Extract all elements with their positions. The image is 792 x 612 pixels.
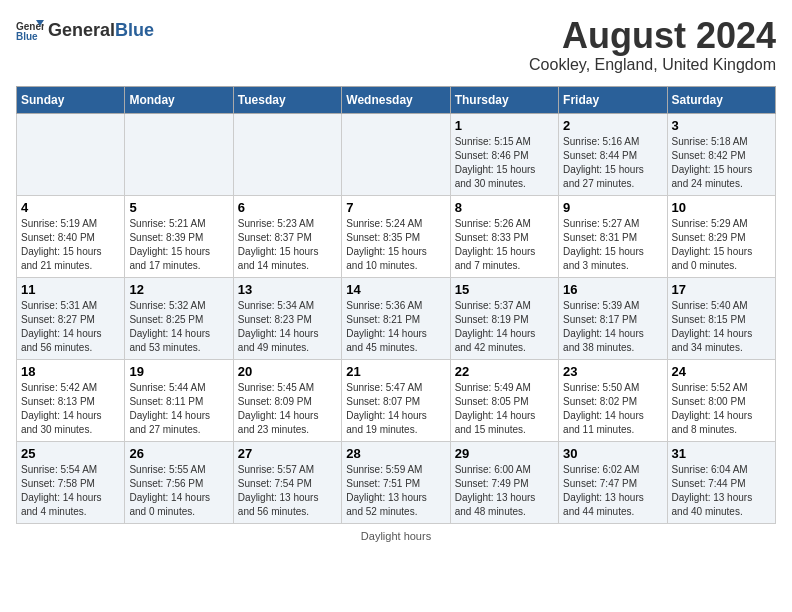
day-info: Sunrise: 5:29 AM Sunset: 8:29 PM Dayligh…	[672, 217, 771, 273]
day-number: 28	[346, 446, 445, 461]
svg-text:Blue: Blue	[16, 31, 38, 42]
day-number: 26	[129, 446, 228, 461]
calendar-cell: 5Sunrise: 5:21 AM Sunset: 8:39 PM Daylig…	[125, 195, 233, 277]
day-info: Sunrise: 5:27 AM Sunset: 8:31 PM Dayligh…	[563, 217, 662, 273]
day-number: 2	[563, 118, 662, 133]
calendar-cell: 29Sunrise: 6:00 AM Sunset: 7:49 PM Dayli…	[450, 441, 558, 523]
header: General Blue GeneralBlue August 2024 Coo…	[16, 16, 776, 74]
day-number: 31	[672, 446, 771, 461]
title-area: August 2024 Cookley, England, United Kin…	[529, 16, 776, 74]
calendar-cell: 26Sunrise: 5:55 AM Sunset: 7:56 PM Dayli…	[125, 441, 233, 523]
day-header-monday: Monday	[125, 86, 233, 113]
calendar-cell: 31Sunrise: 6:04 AM Sunset: 7:44 PM Dayli…	[667, 441, 775, 523]
calendar-cell: 4Sunrise: 5:19 AM Sunset: 8:40 PM Daylig…	[17, 195, 125, 277]
day-number: 12	[129, 282, 228, 297]
day-number: 20	[238, 364, 337, 379]
calendar-cell: 11Sunrise: 5:31 AM Sunset: 8:27 PM Dayli…	[17, 277, 125, 359]
logo-general-text: GeneralBlue	[48, 21, 154, 39]
calendar-cell: 21Sunrise: 5:47 AM Sunset: 8:07 PM Dayli…	[342, 359, 450, 441]
calendar-cell: 19Sunrise: 5:44 AM Sunset: 8:11 PM Dayli…	[125, 359, 233, 441]
calendar-cell: 10Sunrise: 5:29 AM Sunset: 8:29 PM Dayli…	[667, 195, 775, 277]
day-number: 5	[129, 200, 228, 215]
calendar-cell: 23Sunrise: 5:50 AM Sunset: 8:02 PM Dayli…	[559, 359, 667, 441]
day-number: 25	[21, 446, 120, 461]
day-header-sunday: Sunday	[17, 86, 125, 113]
calendar-cell: 6Sunrise: 5:23 AM Sunset: 8:37 PM Daylig…	[233, 195, 341, 277]
day-number: 22	[455, 364, 554, 379]
calendar-cell: 14Sunrise: 5:36 AM Sunset: 8:21 PM Dayli…	[342, 277, 450, 359]
calendar-cell: 22Sunrise: 5:49 AM Sunset: 8:05 PM Dayli…	[450, 359, 558, 441]
day-info: Sunrise: 5:26 AM Sunset: 8:33 PM Dayligh…	[455, 217, 554, 273]
day-info: Sunrise: 5:55 AM Sunset: 7:56 PM Dayligh…	[129, 463, 228, 519]
day-info: Sunrise: 5:24 AM Sunset: 8:35 PM Dayligh…	[346, 217, 445, 273]
day-info: Sunrise: 5:23 AM Sunset: 8:37 PM Dayligh…	[238, 217, 337, 273]
calendar-week-1: 1Sunrise: 5:15 AM Sunset: 8:46 PM Daylig…	[17, 113, 776, 195]
calendar-week-5: 25Sunrise: 5:54 AM Sunset: 7:58 PM Dayli…	[17, 441, 776, 523]
day-info: Sunrise: 5:18 AM Sunset: 8:42 PM Dayligh…	[672, 135, 771, 191]
calendar-cell: 30Sunrise: 6:02 AM Sunset: 7:47 PM Dayli…	[559, 441, 667, 523]
calendar-cell: 13Sunrise: 5:34 AM Sunset: 8:23 PM Dayli…	[233, 277, 341, 359]
day-number: 17	[672, 282, 771, 297]
calendar-cell: 24Sunrise: 5:52 AM Sunset: 8:00 PM Dayli…	[667, 359, 775, 441]
day-info: Sunrise: 6:02 AM Sunset: 7:47 PM Dayligh…	[563, 463, 662, 519]
day-info: Sunrise: 5:16 AM Sunset: 8:44 PM Dayligh…	[563, 135, 662, 191]
day-info: Sunrise: 5:52 AM Sunset: 8:00 PM Dayligh…	[672, 381, 771, 437]
calendar-cell: 8Sunrise: 5:26 AM Sunset: 8:33 PM Daylig…	[450, 195, 558, 277]
day-info: Sunrise: 5:44 AM Sunset: 8:11 PM Dayligh…	[129, 381, 228, 437]
calendar-cell: 17Sunrise: 5:40 AM Sunset: 8:15 PM Dayli…	[667, 277, 775, 359]
day-number: 19	[129, 364, 228, 379]
day-header-friday: Friday	[559, 86, 667, 113]
page-title: August 2024	[529, 16, 776, 56]
day-info: Sunrise: 5:42 AM Sunset: 8:13 PM Dayligh…	[21, 381, 120, 437]
calendar-cell	[233, 113, 341, 195]
calendar-cell: 12Sunrise: 5:32 AM Sunset: 8:25 PM Dayli…	[125, 277, 233, 359]
day-number: 15	[455, 282, 554, 297]
day-number: 6	[238, 200, 337, 215]
day-info: Sunrise: 5:59 AM Sunset: 7:51 PM Dayligh…	[346, 463, 445, 519]
day-number: 23	[563, 364, 662, 379]
day-number: 7	[346, 200, 445, 215]
calendar-cell: 9Sunrise: 5:27 AM Sunset: 8:31 PM Daylig…	[559, 195, 667, 277]
day-number: 10	[672, 200, 771, 215]
day-info: Sunrise: 5:54 AM Sunset: 7:58 PM Dayligh…	[21, 463, 120, 519]
day-info: Sunrise: 5:32 AM Sunset: 8:25 PM Dayligh…	[129, 299, 228, 355]
day-header-tuesday: Tuesday	[233, 86, 341, 113]
subtitle: Cookley, England, United Kingdom	[529, 56, 776, 74]
day-header-thursday: Thursday	[450, 86, 558, 113]
day-info: Sunrise: 5:50 AM Sunset: 8:02 PM Dayligh…	[563, 381, 662, 437]
day-info: Sunrise: 5:31 AM Sunset: 8:27 PM Dayligh…	[21, 299, 120, 355]
day-number: 29	[455, 446, 554, 461]
day-number: 4	[21, 200, 120, 215]
day-info: Sunrise: 5:57 AM Sunset: 7:54 PM Dayligh…	[238, 463, 337, 519]
day-number: 16	[563, 282, 662, 297]
day-info: Sunrise: 5:49 AM Sunset: 8:05 PM Dayligh…	[455, 381, 554, 437]
day-info: Sunrise: 5:36 AM Sunset: 8:21 PM Dayligh…	[346, 299, 445, 355]
day-info: Sunrise: 5:47 AM Sunset: 8:07 PM Dayligh…	[346, 381, 445, 437]
calendar-table: SundayMondayTuesdayWednesdayThursdayFrid…	[16, 86, 776, 524]
day-number: 30	[563, 446, 662, 461]
day-number: 3	[672, 118, 771, 133]
calendar-header-row: SundayMondayTuesdayWednesdayThursdayFrid…	[17, 86, 776, 113]
day-number: 18	[21, 364, 120, 379]
day-info: Sunrise: 5:34 AM Sunset: 8:23 PM Dayligh…	[238, 299, 337, 355]
calendar-cell: 7Sunrise: 5:24 AM Sunset: 8:35 PM Daylig…	[342, 195, 450, 277]
calendar-week-4: 18Sunrise: 5:42 AM Sunset: 8:13 PM Dayli…	[17, 359, 776, 441]
calendar-body: 1Sunrise: 5:15 AM Sunset: 8:46 PM Daylig…	[17, 113, 776, 523]
day-info: Sunrise: 6:00 AM Sunset: 7:49 PM Dayligh…	[455, 463, 554, 519]
calendar-cell: 18Sunrise: 5:42 AM Sunset: 8:13 PM Dayli…	[17, 359, 125, 441]
day-info: Sunrise: 6:04 AM Sunset: 7:44 PM Dayligh…	[672, 463, 771, 519]
day-number: 14	[346, 282, 445, 297]
day-info: Sunrise: 5:45 AM Sunset: 8:09 PM Dayligh…	[238, 381, 337, 437]
day-number: 1	[455, 118, 554, 133]
calendar-cell: 16Sunrise: 5:39 AM Sunset: 8:17 PM Dayli…	[559, 277, 667, 359]
day-number: 9	[563, 200, 662, 215]
day-info: Sunrise: 5:19 AM Sunset: 8:40 PM Dayligh…	[21, 217, 120, 273]
logo: General Blue GeneralBlue	[16, 16, 154, 44]
day-number: 8	[455, 200, 554, 215]
day-info: Sunrise: 5:40 AM Sunset: 8:15 PM Dayligh…	[672, 299, 771, 355]
day-info: Sunrise: 5:37 AM Sunset: 8:19 PM Dayligh…	[455, 299, 554, 355]
day-number: 11	[21, 282, 120, 297]
day-number: 21	[346, 364, 445, 379]
calendar-cell: 1Sunrise: 5:15 AM Sunset: 8:46 PM Daylig…	[450, 113, 558, 195]
calendar-week-2: 4Sunrise: 5:19 AM Sunset: 8:40 PM Daylig…	[17, 195, 776, 277]
